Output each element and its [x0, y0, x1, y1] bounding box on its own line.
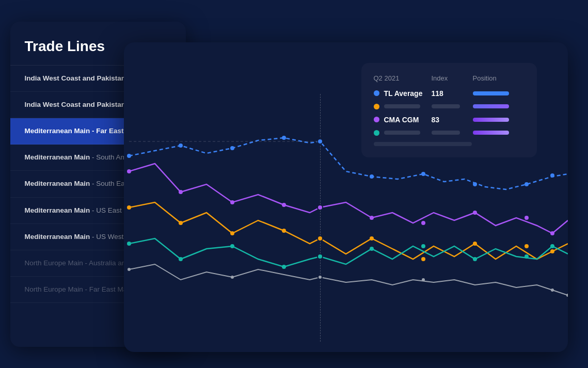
tooltip-header: Q2 2021 Index Position	[374, 74, 525, 82]
dot-orange-3	[230, 231, 234, 235]
cma-index: 83	[432, 116, 473, 124]
dot-blue	[374, 90, 379, 96]
dot-teal-1	[127, 242, 131, 246]
dot-teal-7	[473, 257, 477, 261]
line-purple	[129, 164, 568, 233]
cma-label: CMA CGM	[374, 116, 432, 124]
dot-purple-9	[550, 231, 554, 235]
row4-index-placeholder	[432, 131, 460, 135]
row4-bar-container	[473, 131, 525, 135]
dot-teal-5	[370, 247, 374, 251]
tl-avg-text: TL Average	[384, 89, 423, 98]
dot-orange-1	[127, 205, 131, 210]
row4-bar	[473, 131, 509, 135]
dot-olive-2	[231, 276, 234, 279]
dot-purple-1	[127, 169, 131, 173]
dot-teal-active	[317, 254, 323, 259]
dot-orange-7	[473, 242, 477, 246]
row2-bar	[473, 104, 509, 108]
dot-olive-active	[318, 275, 322, 279]
tooltip-quarter: Q2 2021	[374, 74, 432, 82]
dot-orange-9	[550, 249, 554, 253]
dot-teal-3	[230, 244, 234, 248]
dot-orange-2	[179, 221, 183, 225]
tooltip-row-4	[374, 130, 525, 136]
dot-purple-4	[282, 203, 286, 207]
dot-orange-6	[421, 257, 425, 261]
dot-blue-7	[473, 182, 477, 186]
tooltip-row-2	[374, 104, 525, 109]
tooltip-row-cma: CMA CGM 83	[374, 116, 525, 124]
dot-teal	[374, 130, 379, 136]
dot-teal-9	[550, 244, 554, 248]
dot-teal-6	[421, 244, 425, 248]
dot-purple-active	[317, 205, 323, 210]
tl-avg-label: TL Average	[374, 89, 432, 98]
tl-avg-index: 118	[432, 89, 473, 98]
tl-avg-bar-container	[473, 91, 525, 95]
dot-olive-3	[422, 278, 425, 281]
dot-purple-8	[525, 216, 529, 220]
dot-teal-8	[525, 254, 529, 259]
tooltip-row-tl-avg: TL Average 118	[374, 89, 525, 98]
dot-blue-8	[525, 182, 529, 186]
dot-teal-4	[282, 265, 286, 269]
dot-purple-5	[370, 216, 374, 220]
line-olive	[129, 264, 568, 295]
dot-orange-5	[370, 236, 374, 241]
dot-orange-8	[525, 244, 529, 248]
cma-bar-container	[473, 118, 525, 122]
dot-purple-3	[230, 200, 234, 204]
scene: Trade Lines India West Coast and Pakista…	[10, 11, 578, 357]
tooltip-col-position: Position	[473, 74, 525, 82]
dot-blue-5	[370, 174, 374, 179]
row2-bar-container	[473, 104, 525, 108]
dot-olive-5	[566, 294, 568, 297]
cma-bar	[473, 118, 509, 122]
row2-index-placeholder	[432, 104, 460, 108]
dot-blue-3	[230, 146, 234, 150]
row4-name-placeholder	[384, 131, 420, 135]
chart-panel: Q2 2021 Index Position TL Average 118	[124, 42, 568, 352]
dot-blue-4	[282, 136, 286, 140]
tooltip-col-index: Index	[432, 74, 473, 82]
dot-purple-7	[473, 211, 477, 215]
tl-avg-bar	[473, 91, 509, 95]
row4-label	[374, 130, 432, 136]
dot-purple-2	[179, 190, 183, 194]
dot-blue-6	[421, 172, 425, 176]
dot-orange-4	[282, 229, 286, 233]
dot-purple-6	[421, 221, 425, 225]
cma-text: CMA CGM	[384, 116, 419, 124]
dot-orange	[374, 104, 379, 109]
dot-blue-2	[179, 143, 183, 148]
dot-blue-1	[127, 154, 131, 158]
dot-olive-1	[128, 268, 131, 271]
bottom-placeholder-bar	[374, 142, 472, 146]
dot-olive-4	[551, 289, 554, 292]
tooltip-card: Q2 2021 Index Position TL Average 118	[361, 63, 537, 157]
dot-teal-2	[179, 257, 183, 261]
row2-label	[374, 104, 432, 109]
dot-purple	[374, 117, 379, 122]
dot-orange-active	[317, 236, 323, 241]
dot-blue-9	[550, 173, 554, 178]
row2-name-placeholder	[384, 104, 420, 108]
